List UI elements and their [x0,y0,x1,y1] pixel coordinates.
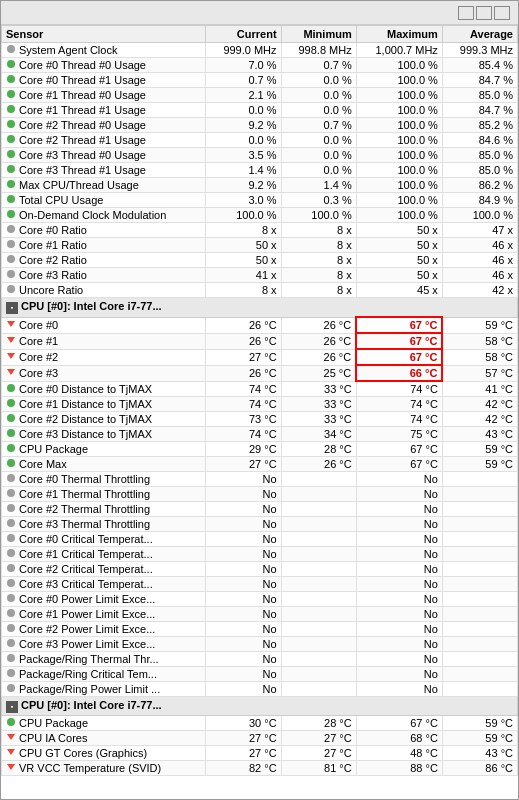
minimize-button[interactable] [458,6,474,20]
table-row: Core #026 °C26 °C67 °C59 °C [2,317,518,333]
svg-point-26 [7,459,15,467]
current-value: No [206,532,281,547]
table-row: System Agent Clock999.0 MHz998.8 MHz1,00… [2,43,518,58]
maximum-value: 67 °C [356,442,442,457]
chip-icon: ▪ [6,701,18,713]
gray-circle-icon [6,284,16,296]
table-row: Package/Ring Thermal Thr...NoNo [2,652,518,667]
average-value: 46 x [442,238,517,253]
current-value: 74 °C [206,381,281,397]
section-header-cell: ▪ CPU [#0]: Intel Core i7-77... [2,298,518,318]
average-value: 59 °C [442,317,517,333]
average-value [442,502,517,517]
table-row: Core #1 Distance to TjMAX74 °C33 °C74 °C… [2,397,518,412]
current-value: 3.5 % [206,148,281,163]
maximum-value: No [356,532,442,547]
green-circle-icon [6,164,16,176]
minimum-value: 8 x [281,283,356,298]
maximum-value: No [356,547,442,562]
minimum-value: 0.0 % [281,133,356,148]
sensor-table-container[interactable]: Sensor Current Minimum Maximum Average S… [1,25,518,799]
close-button[interactable] [494,6,510,20]
sensor-name-cell: On-Demand Clock Modulation [2,208,206,223]
average-value: 84.7 % [442,103,517,118]
table-row: Core Max27 °C26 °C67 °C59 °C [2,457,518,472]
gray-circle-icon [6,563,16,575]
chip-icon: ▪ [6,302,18,314]
average-value: 86.2 % [442,178,517,193]
sensor-name-cell: CPU Package [2,442,206,457]
average-value [442,532,517,547]
average-value [442,517,517,532]
average-value: 59 °C [442,442,517,457]
current-value: 100.0 % [206,208,281,223]
svg-point-27 [7,474,15,482]
current-value: No [206,472,281,487]
maximum-value: No [356,562,442,577]
table-row: Core #1 Power Limit Exce...NoNo [2,607,518,622]
table-row: Max CPU/Thread Usage9.2 %1.4 %100.0 %86.… [2,178,518,193]
average-value [442,592,517,607]
maximum-value: 100.0 % [356,133,442,148]
sensor-name-text: Core #3 Distance to TjMAX [19,428,152,440]
svg-marker-43 [7,734,15,740]
maximum-value: 67 °C [356,349,442,365]
table-row: Package/Ring Power Limit ...NoNo [2,682,518,697]
sensor-table: Sensor Current Minimum Maximum Average S… [1,25,518,776]
temp-down-icon [6,732,16,744]
gray-circle-icon [6,578,16,590]
average-value: 58 °C [442,333,517,349]
current-value: 9.2 % [206,178,281,193]
minimum-value: 0.0 % [281,88,356,103]
maximum-value: No [356,502,442,517]
minimum-value: 26 °C [281,317,356,333]
average-value [442,472,517,487]
sensor-name-text: Core #3 Critical Temperat... [19,578,153,590]
current-value: 74 °C [206,427,281,442]
gray-circle-icon [6,533,16,545]
average-value: 57 °C [442,365,517,381]
sensor-name-cell: Core #2 Thread #1 Usage [2,133,206,148]
average-value: 42 °C [442,397,517,412]
current-value: 29 °C [206,442,281,457]
maximum-value: 100.0 % [356,118,442,133]
maximum-value: 100.0 % [356,208,442,223]
maximize-button[interactable] [476,6,492,20]
sensor-name-cell: Core #0 Thread #1 Usage [2,73,206,88]
svg-point-11 [7,210,15,218]
minimum-value: 26 °C [281,457,356,472]
svg-point-35 [7,594,15,602]
table-row: Core #0 Thread #0 Usage7.0 %0.7 %100.0 %… [2,58,518,73]
sensor-name-text: Core #2 Thermal Throttling [19,503,150,515]
sensor-name-cell: Core #1 Ratio [2,238,206,253]
minimum-value [281,622,356,637]
sensor-name-text: Core #0 Power Limit Exce... [19,593,155,605]
sensor-name-text: Core Max [19,458,67,470]
sensor-name-text: Core #3 Ratio [19,269,87,281]
sensor-name-text: CPU Package [19,717,88,729]
maximum-value: 50 x [356,253,442,268]
minimum-value [281,472,356,487]
current-value: 999.0 MHz [206,43,281,58]
current-value: 50 x [206,238,281,253]
svg-point-31 [7,534,15,542]
average-value: 85.0 % [442,163,517,178]
table-row: CPU Package30 °C28 °C67 °C59 °C [2,716,518,731]
table-row: Core #3 Thread #0 Usage3.5 %0.0 %100.0 %… [2,148,518,163]
sensor-name-text: CPU GT Cores (Graphics) [19,747,147,759]
maximum-value: 67 °C [356,333,442,349]
average-value: 43 °C [442,746,517,761]
table-row: Core #0 Power Limit Exce...NoNo [2,592,518,607]
svg-point-36 [7,609,15,617]
average-value [442,487,517,502]
table-row: Core #0 Critical Temperat...NoNo [2,532,518,547]
svg-point-8 [7,165,15,173]
sensor-name-text: Core #3 [19,367,58,379]
average-value: 58 °C [442,349,517,365]
gray-circle-icon [6,224,16,236]
temp-down-icon [6,747,16,759]
svg-point-37 [7,624,15,632]
sensor-name-text: VR VCC Temperature (SVID) [19,762,161,774]
svg-point-1 [7,60,15,68]
gray-circle-icon [6,473,16,485]
